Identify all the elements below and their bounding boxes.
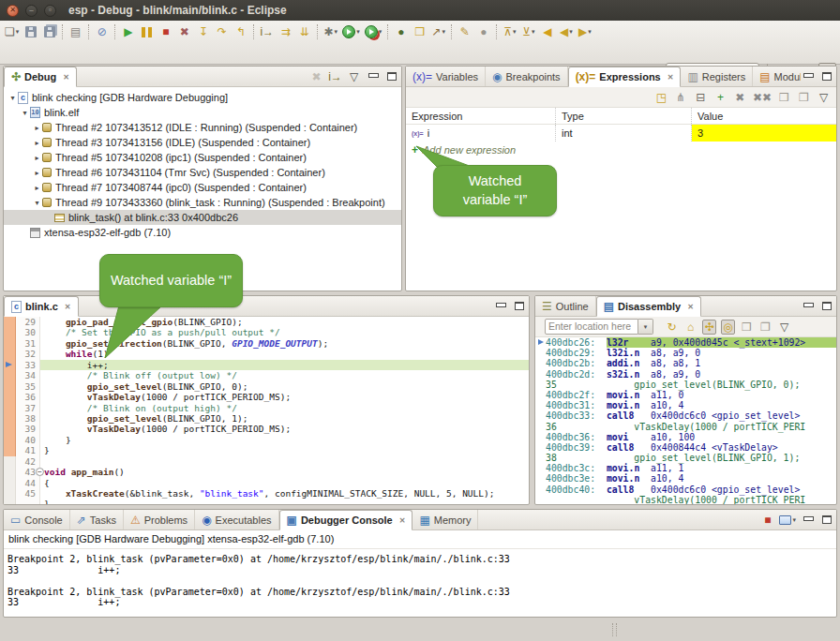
column-value[interactable]: Value [692, 108, 836, 124]
instruction-stepping-button[interactable]: i→ [258, 22, 276, 41]
terminate-button[interactable]: ■ [760, 513, 774, 528]
refresh-view-button[interactable]: ↻ [665, 320, 679, 335]
tab-memory[interactable]: ▦Memory [412, 510, 478, 529]
disassembly-line[interactable]: 400dbc40: call8 0x400dc6c0 <gpio_set_lev… [537, 484, 836, 495]
tab-blink-c[interactable]: cblink.c✕ [4, 296, 79, 317]
close-icon[interactable]: ✕ [399, 516, 406, 525]
tree-item[interactable]: ▸Thread #5 1073410208 (ipc1) (Suspended … [4, 150, 401, 165]
code-line[interactable]: 34 /* Blink off (output low) */ [4, 370, 529, 380]
track-pc-button[interactable]: ✣ [702, 320, 716, 335]
collapse-all-button[interactable]: ⊟ [694, 90, 708, 105]
tab-breakpoints[interactable]: ◉Breakpoints [486, 67, 568, 86]
maximize-button[interactable] [512, 299, 526, 314]
column-expression[interactable]: Expression [406, 108, 556, 124]
tree-item[interactable]: ▸Thread #2 1073413512 (IDLE : Running) (… [4, 120, 401, 135]
view-menu-button[interactable]: ▽ [817, 90, 831, 105]
tree-item[interactable]: ▾10blink.elf [4, 105, 401, 120]
expression-row[interactable]: (x)=iint3 [406, 125, 836, 142]
expander-icon[interactable]: ▸ [32, 139, 42, 147]
new-view-button[interactable]: ❒ [740, 320, 754, 335]
tab-debugger-console[interactable]: ▣Debugger Console✕ [279, 510, 413, 530]
save-button[interactable] [22, 22, 39, 41]
disconnect-button[interactable]: ✖ [175, 22, 193, 41]
run-button[interactable]: ▾ [340, 22, 362, 41]
back-button[interactable]: ◀▾ [557, 22, 575, 41]
disassembly-line[interactable]: 400dbc2b: addi.n a8, a8, 1 [537, 358, 836, 368]
code-line[interactable]: 41} [4, 445, 529, 455]
close-icon[interactable]: ✕ [668, 73, 674, 82]
code-editor[interactable]: 29 gpio_pad_select_gpio(BLINK_GPIO);30 /… [4, 317, 529, 505]
disassembly-line[interactable]: 400dbc31: movi.n a10, 4 [537, 400, 836, 410]
sync-selection-button[interactable]: ◎ [721, 320, 735, 335]
code-line[interactable]: 30 /* Set the GPIO as a push/pull output… [4, 327, 529, 337]
code-line[interactable]: 39 vTaskDelay(1000 / portTICK_PERIOD_MS)… [4, 424, 529, 434]
maximize-button[interactable] [819, 299, 833, 314]
remove-all-terminated-button[interactable]: ✖ [309, 69, 323, 84]
detach-view-button[interactable]: ❐ [797, 90, 811, 105]
external-tools-button[interactable]: ↗▾ [429, 22, 447, 41]
resume-button[interactable]: ▶ [119, 22, 137, 41]
suspend-button[interactable] [138, 22, 156, 41]
disassembly-line[interactable]: 400dbc3c: movi.n a11, 1 [537, 463, 836, 473]
drop-to-frame-button[interactable]: ⇊ [295, 22, 313, 41]
profile-button[interactable]: ▾ [363, 22, 384, 41]
link-with-editor-button[interactable]: ⊻▾ [519, 22, 537, 41]
tab-console[interactable]: ▭Console [4, 510, 70, 529]
location-input[interactable]: Enter location here [545, 319, 638, 335]
new-view-button[interactable]: ❒ [777, 90, 791, 105]
code-line[interactable]: 37 /* Blink on (output high) */ [4, 403, 529, 413]
disassembly-line[interactable]: 36 vTaskDelay(1000 / portTICK_PERI [537, 422, 836, 432]
code-line[interactable]: 43−void app_main() [4, 467, 529, 477]
maximize-button[interactable] [819, 513, 833, 528]
tab-executables[interactable]: ◉Executables [195, 510, 278, 529]
minimize-button[interactable] [801, 299, 815, 314]
tab-problems[interactable]: ⚠Problems [124, 510, 195, 529]
code-line[interactable]: 33 i++; [4, 360, 529, 370]
expander-icon[interactable]: ▾ [32, 199, 42, 207]
tree-item[interactable]: blink_task() at blink.c:33 0x400dbc26 [4, 210, 401, 225]
terminate-button[interactable]: ■ [157, 22, 174, 41]
forward-button[interactable]: ▶▾ [576, 22, 593, 41]
tree-item[interactable]: ▾Thread #9 1073433360 (blink_task : Runn… [4, 195, 401, 210]
expander-icon[interactable]: ▸ [32, 124, 42, 132]
home-pc-button[interactable]: ⌂ [683, 320, 698, 335]
detach-view-button[interactable]: ❐ [758, 320, 772, 335]
remove-expression-button[interactable]: ✖ [733, 90, 747, 105]
show-logical-structures-button[interactable]: ⋔ [674, 90, 688, 105]
new-project-button[interactable]: ● [392, 22, 410, 41]
disassembly-line[interactable]: 400dbc26: l32r a9, 0x400d045c <_stext+10… [537, 337, 836, 348]
window-minimize-button[interactable]: – [25, 5, 38, 17]
location-dropdown-button[interactable]: ▼ [638, 319, 653, 335]
maximize-button[interactable] [819, 69, 833, 84]
open-element-button[interactable]: ❒ [411, 22, 428, 41]
tree-item[interactable]: ▸Thread #7 1073408744 (ipc0) (Suspended … [4, 180, 401, 195]
code-line[interactable]: 32 while(1) [4, 349, 529, 359]
minimize-button[interactable] [493, 299, 507, 314]
tab-tasks[interactable]: ⇗Tasks [70, 510, 124, 529]
expander-icon[interactable]: ▾ [20, 109, 30, 117]
step-over-button[interactable]: ↷ [213, 22, 231, 41]
tab-variables[interactable]: (x)=Variables [406, 67, 486, 86]
new-wizard-button[interactable]: ❏▾ [3, 22, 21, 41]
code-line[interactable]: } [4, 499, 529, 505]
code-line[interactable]: 38 gpio_set_level(BLINK_GPIO, 1); [4, 413, 529, 424]
expander-icon[interactable]: ▸ [32, 169, 42, 177]
pin-editor-button[interactable]: ⊼▾ [501, 22, 518, 41]
expander-icon[interactable]: ▸ [32, 184, 42, 192]
disassembly-line[interactable]: 38 gpio_set_level(BLINK_GPIO, 1); [537, 453, 836, 463]
close-icon[interactable]: ✕ [687, 303, 694, 311]
tab-disassembly[interactable]: ▤Disassembly✕ [596, 296, 701, 317]
build-button[interactable]: ▤ [67, 22, 84, 41]
code-line[interactable]: 40 } [4, 435, 529, 445]
display-selected-console-button[interactable]: ▾ [779, 513, 796, 528]
disassembly-line[interactable]: vTaskDelay(1000 / portTICK PERI [537, 495, 836, 505]
tab-expressions[interactable]: (x)=Expressions✕ [568, 67, 682, 87]
debug-button[interactable]: ✱▾ [322, 22, 339, 41]
disassembly-line[interactable]: 400dbc2f: movi.n a11, 0 [537, 390, 836, 400]
toggle-mark-button[interactable]: ● [474, 22, 492, 41]
use-step-filters-button[interactable]: ⇉ [277, 22, 294, 41]
instruction-stepping-mode-button[interactable]: i→ [328, 69, 342, 84]
tree-item[interactable]: ▸Thread #6 1073431104 (Tmr Svc) (Suspend… [4, 165, 401, 180]
code-line[interactable]: 36 vTaskDelay(1000 / portTICK_PERIOD_MS)… [4, 392, 529, 402]
disassembly-line[interactable]: 400dbc39: call8 0x400844c4 <vTaskDelay> [537, 442, 836, 453]
